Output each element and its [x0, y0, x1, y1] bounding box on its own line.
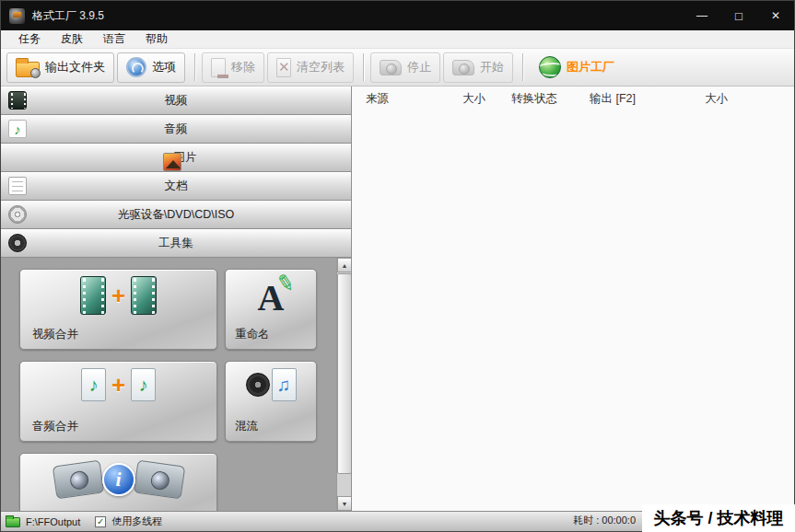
- output-path[interactable]: F:\FFOutput: [26, 516, 80, 527]
- maximize-button[interactable]: □: [720, 1, 757, 30]
- tools-scrollbar[interactable]: ▲ ▼: [336, 258, 351, 511]
- menu-skin[interactable]: 皮肤: [51, 30, 93, 48]
- output-path-folder-icon: [6, 517, 20, 527]
- task-list-panel: 来源 大小 转换状态 输出 [F2] 大小: [351, 87, 794, 511]
- film-strip-icon: [131, 276, 157, 315]
- toolbar-separator: [522, 53, 523, 81]
- app-window: 格式工厂 3.9.5 — □ ✕ 任务 皮肤 语言 帮助 输出文件夹 选项 移除…: [0, 0, 795, 532]
- scrollbar-thumb[interactable]: [337, 273, 351, 474]
- watermark: 头条号 / 技术料理: [642, 504, 795, 532]
- scroll-down-button[interactable]: ▼: [337, 496, 351, 511]
- audio-category-icon: ♪: [8, 120, 27, 138]
- mux-icon: ♫: [226, 368, 316, 401]
- close-button[interactable]: ✕: [757, 1, 794, 30]
- rename-icon: A ✎: [226, 276, 316, 320]
- window-controls: — □ ✕: [684, 1, 794, 30]
- tile-video-merge[interactable]: + 视频合并: [19, 269, 217, 350]
- app-logo-icon: [9, 8, 25, 24]
- audio-merge-icon: ♪ + ♪: [20, 368, 216, 401]
- plus-icon: +: [111, 373, 125, 397]
- column-output-size[interactable]: 大小: [705, 91, 794, 107]
- multithread-checkbox[interactable]: ✓: [95, 516, 106, 527]
- video-category-icon: [8, 91, 27, 110]
- task-table-body[interactable]: [352, 111, 794, 511]
- menu-help[interactable]: 帮助: [135, 30, 178, 48]
- menubar: 任务 皮肤 语言 帮助: [1, 30, 794, 49]
- window-title: 格式工厂 3.9.5: [32, 8, 104, 24]
- column-source[interactable]: 来源: [352, 91, 462, 107]
- category-document[interactable]: 文档: [1, 172, 351, 201]
- column-convert-state[interactable]: 转换状态: [511, 91, 590, 107]
- minimize-button[interactable]: —: [684, 1, 720, 30]
- stop-button[interactable]: 停止: [370, 52, 440, 83]
- category-audio[interactable]: ♪ 音频: [1, 115, 351, 144]
- output-folder-button[interactable]: 输出文件夹: [6, 52, 114, 83]
- picture-factory-globe-icon: [539, 56, 561, 78]
- camera-icon: [133, 460, 185, 500]
- camera-icon: [52, 460, 104, 500]
- picture-factory-button[interactable]: 图片工厂: [530, 52, 624, 83]
- tile-media-info[interactable]: i: [19, 453, 217, 511]
- category-video[interactable]: 视频: [1, 87, 351, 115]
- pencil-icon: ✎: [274, 269, 297, 298]
- tile-audio-merge[interactable]: ♪ + ♪ 音频合并: [19, 361, 217, 442]
- remove-icon: [211, 58, 226, 77]
- tile-mux[interactable]: ♫ 混流: [225, 361, 317, 442]
- film-reel-icon: [246, 373, 270, 397]
- plus-icon: +: [111, 283, 125, 307]
- multithread-label: 使用多线程: [111, 515, 162, 528]
- menu-language[interactable]: 语言: [93, 30, 135, 48]
- clear-list-icon: ✕: [276, 58, 291, 77]
- media-info-icon: i: [45, 454, 193, 505]
- music-page-icon: ♪: [131, 368, 156, 401]
- category-toolset[interactable]: 工具集: [1, 229, 351, 258]
- music-page-icon: ♪: [81, 368, 106, 401]
- toolbar-separator: [194, 53, 195, 81]
- main-area: 视频 ♪ 音频 图片 文档 光驱设备\DVD\CD\ISO: [1, 87, 794, 511]
- left-panel: 视频 ♪ 音频 图片 文档 光驱设备\DVD\CD\ISO: [1, 87, 351, 511]
- remove-button[interactable]: 移除: [202, 52, 264, 83]
- titlebar: 格式工厂 3.9.5 — □ ✕: [1, 1, 794, 30]
- tile-rename[interactable]: A ✎ 重命名: [225, 269, 317, 350]
- category-list: 视频 ♪ 音频 图片 文档 光驱设备\DVD\CD\ISO: [1, 87, 351, 258]
- clear-list-button[interactable]: ✕ 清空列表: [267, 52, 354, 83]
- toolset-panel: + 视频合并 A ✎ 重命名: [1, 258, 351, 511]
- elapsed-time: 耗时 : 00:00:0: [573, 514, 636, 527]
- task-table-header: 来源 大小 转换状态 输出 [F2] 大小: [352, 87, 794, 111]
- start-icon: [452, 60, 474, 75]
- column-size[interactable]: 大小: [462, 91, 511, 107]
- disc-category-icon: [8, 205, 27, 224]
- options-gear-icon: [126, 57, 146, 77]
- video-merge-icon: +: [20, 276, 216, 315]
- start-button[interactable]: 开始: [443, 52, 513, 83]
- toolbar: 输出文件夹 选项 移除 ✕ 清空列表 停止 开始 图片工厂: [1, 49, 794, 87]
- column-output[interactable]: 输出 [F2]: [590, 91, 705, 107]
- document-category-icon: [8, 177, 27, 195]
- music-page-icon: ♫: [272, 368, 297, 401]
- picture-category-icon: [163, 153, 181, 171]
- menu-task[interactable]: 任务: [8, 30, 51, 48]
- options-button[interactable]: 选项: [117, 52, 185, 83]
- output-folder-icon: [16, 62, 40, 77]
- stop-icon: [380, 60, 402, 75]
- toolset-category-icon: [8, 234, 27, 252]
- info-icon: i: [102, 463, 135, 496]
- toolbar-separator: [363, 53, 364, 81]
- category-disc[interactable]: 光驱设备\DVD\CD\ISO: [1, 201, 351, 229]
- category-picture[interactable]: 图片: [1, 144, 351, 172]
- scroll-up-button[interactable]: ▲: [337, 258, 351, 272]
- film-strip-icon: [80, 276, 106, 315]
